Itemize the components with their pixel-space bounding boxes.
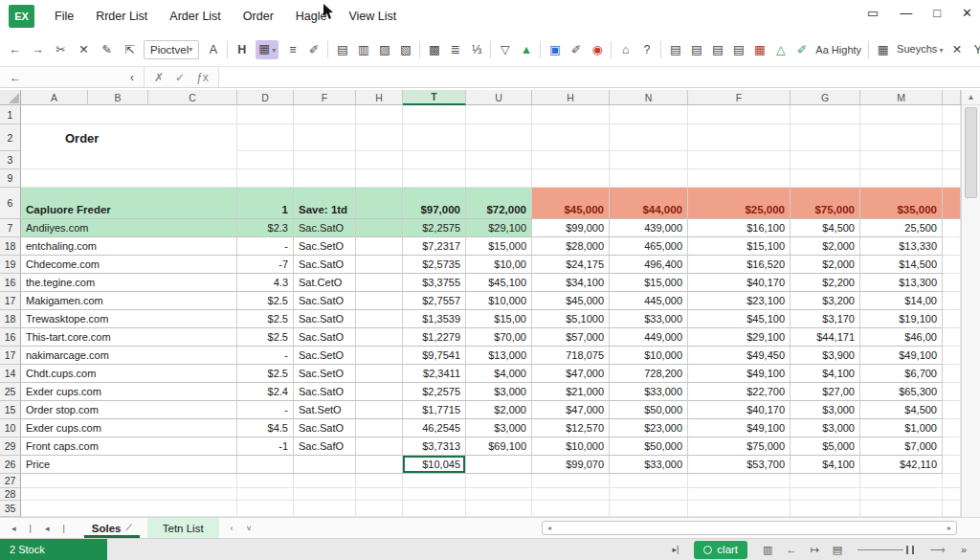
close-icon[interactable]: ✕	[962, 6, 972, 20]
cell[interactable]: $27,00	[791, 383, 860, 401]
chevrons-icon[interactable]: »	[961, 544, 967, 555]
cell[interactable]	[791, 501, 860, 517]
cell[interactable]: $13,000	[466, 347, 532, 365]
cell[interactable]: $2,200	[791, 274, 860, 292]
scroll-up-icon[interactable]: ▲	[962, 90, 980, 105]
nav-left-icon[interactable]: ←	[10, 71, 21, 84]
cell[interactable]: Sat.CetO	[294, 274, 356, 292]
sheet-tab-soles[interactable]: Soles⟋	[77, 518, 147, 538]
cell[interactable]	[943, 219, 961, 237]
cell[interactable]	[943, 365, 961, 383]
cell[interactable]: $40,170	[688, 274, 791, 292]
cell[interactable]: Sac.SetO	[294, 237, 356, 256]
cell[interactable]	[791, 105, 860, 124]
cell[interactable]	[610, 151, 688, 169]
cell[interactable]	[791, 124, 860, 151]
cell[interactable]	[356, 328, 403, 347]
cell[interactable]: $42,110	[860, 456, 943, 474]
merge-icon[interactable]: ▧	[398, 41, 412, 58]
cell[interactable]: $4,100	[791, 365, 860, 383]
cell[interactable]	[466, 151, 532, 169]
cell[interactable]	[356, 237, 403, 256]
cell[interactable]	[943, 124, 961, 151]
cell[interactable]	[237, 474, 294, 488]
cell[interactable]	[943, 310, 961, 328]
align-center-icon[interactable]: ▥	[356, 41, 370, 58]
cell[interactable]: This-tart.core.com	[21, 328, 237, 347]
cell[interactable]	[356, 292, 403, 310]
wrap-icon[interactable]: ▨	[377, 41, 391, 58]
cell[interactable]: $2.5	[237, 310, 294, 328]
cell[interactable]: $7,000	[860, 437, 943, 456]
cell[interactable]: Makigamen.com	[21, 292, 237, 310]
cell[interactable]: Chdecome.com	[21, 256, 237, 274]
cell[interactable]	[237, 169, 294, 188]
forward-small-icon[interactable]: ↦	[810, 544, 818, 556]
cell[interactable]: $1,7715	[403, 401, 466, 419]
cell[interactable]: $24,175	[532, 256, 610, 274]
cell[interactable]: Sac.SatO	[294, 383, 356, 401]
column-header-B[interactable]: B	[88, 90, 148, 105]
cell[interactable]	[356, 151, 403, 169]
row-number[interactable]: 19	[0, 256, 21, 274]
cell[interactable]: Andiiyes.com	[21, 219, 237, 237]
cell[interactable]: $99,070	[532, 456, 610, 474]
cell[interactable]: $13,330	[860, 237, 943, 256]
row-number[interactable]: 18	[0, 237, 21, 256]
cell[interactable]	[943, 169, 961, 188]
row-number[interactable]: 6	[0, 188, 21, 219]
cell[interactable]: 1	[237, 188, 294, 219]
cell[interactable]	[403, 151, 466, 169]
cell[interactable]	[610, 124, 688, 151]
cell[interactable]	[403, 474, 466, 488]
cell[interactable]	[237, 488, 294, 501]
bold-icon[interactable]: H	[234, 41, 249, 58]
cell[interactable]: $3,000	[791, 419, 860, 437]
cell[interactable]: $3,3755	[403, 274, 466, 292]
menu-item-view-list[interactable]: View List	[348, 10, 396, 23]
cell[interactable]	[356, 456, 403, 474]
cell[interactable]: $45,000	[532, 188, 610, 219]
zoom-slider-handle[interactable]	[906, 546, 908, 554]
horizontal-scrollbar[interactable]: ◂ ▸	[542, 521, 957, 535]
row-number[interactable]: 28	[0, 488, 21, 501]
cell[interactable]	[688, 105, 791, 124]
cell[interactable]: $15,000	[610, 274, 688, 292]
cell[interactable]	[294, 456, 356, 474]
align-left-icon[interactable]: ▤	[335, 41, 349, 58]
cell[interactable]: $4,100	[791, 456, 860, 474]
sort-icon[interactable]: ▲	[519, 41, 533, 58]
cell[interactable]: $3,170	[791, 310, 860, 328]
cell[interactable]: $2.5	[237, 365, 294, 383]
cell[interactable]: Sac.SatO	[294, 419, 356, 437]
cut-icon[interactable]: ✂	[54, 41, 68, 58]
cell[interactable]: $4,000	[466, 365, 532, 383]
cell[interactable]: -	[237, 347, 294, 365]
menu-item-file[interactable]: File	[55, 10, 74, 23]
column-header-end[interactable]	[943, 90, 961, 105]
draw-icon[interactable]: ✐	[568, 41, 583, 58]
cell[interactable]: $2,000	[466, 401, 532, 419]
row-number[interactable]: 17	[0, 347, 21, 365]
cell[interactable]: $14,500	[860, 256, 943, 274]
y-icon[interactable]: Y	[971, 41, 980, 58]
cell[interactable]	[532, 501, 610, 517]
row-number[interactable]: 14	[0, 365, 21, 383]
cell[interactable]	[466, 501, 532, 517]
cell[interactable]	[688, 169, 791, 188]
cell[interactable]	[403, 501, 466, 517]
home-icon[interactable]: ⌂	[618, 41, 633, 58]
cell[interactable]	[294, 474, 356, 488]
cell[interactable]: $2,2575	[403, 219, 466, 237]
cell[interactable]: Trewasktope.com	[21, 310, 237, 328]
cell[interactable]: $2.5	[237, 328, 294, 347]
cell[interactable]	[21, 151, 237, 169]
column-header-C[interactable]: C	[148, 90, 237, 105]
cell[interactable]: $3,7313	[403, 437, 466, 456]
cell[interactable]	[294, 105, 356, 124]
cell[interactable]: $29,100	[466, 219, 532, 237]
cell[interactable]	[21, 501, 237, 517]
row-number[interactable]: 26	[0, 456, 21, 474]
cell[interactable]: $2.4	[237, 383, 294, 401]
indent-icon-1[interactable]: ▤	[668, 41, 682, 58]
